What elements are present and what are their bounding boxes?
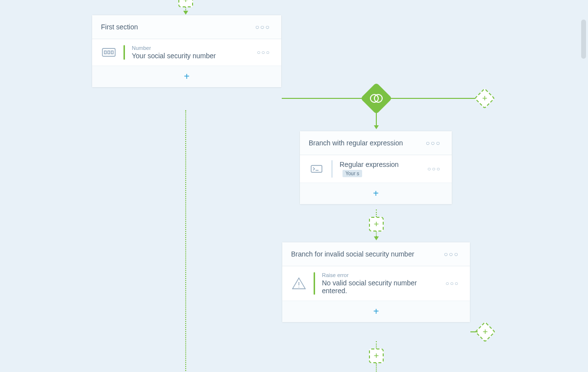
svg-point-9 [298, 287, 299, 288]
number-field-icon [101, 48, 117, 57]
card-header: Branch for invalid social security numbe… [282, 242, 470, 266]
svg-rect-1 [104, 51, 106, 54]
row-more-menu[interactable]: ○○○ [443, 279, 461, 288]
add-node-top[interactable]: + [178, 0, 193, 7]
connector-horizontal [388, 98, 477, 99]
connector-horizontal [282, 98, 366, 99]
field-type-label: Number [132, 45, 248, 51]
arrow-down-icon [374, 236, 379, 240]
row-accent-bar [314, 272, 315, 295]
scrollbar-thumb[interactable] [581, 20, 586, 59]
card-title: Branch with regular expression [309, 139, 403, 147]
connector-dotted [376, 209, 377, 217]
plus-icon: + [373, 306, 379, 317]
row-accent-bar [331, 160, 333, 178]
more-menu[interactable]: ○○○ [424, 138, 443, 148]
venn-icon [369, 93, 383, 104]
card-header: First section ○○○ [92, 15, 281, 39]
add-branch-node[interactable]: + [474, 88, 495, 109]
row-more-menu[interactable]: ○○○ [425, 164, 443, 173]
workflow-canvas[interactable]: + First section ○○○ Number Your social s… [0, 0, 588, 372]
variable-chip: Your s [343, 170, 362, 177]
connector-dotted [376, 232, 377, 236]
connector-dotted [376, 341, 377, 349]
svg-rect-6 [311, 165, 322, 172]
field-text: Number Your social security number [132, 45, 248, 60]
plus-icon: + [483, 327, 488, 336]
connector-vertical [376, 110, 377, 125]
add-field-button[interactable]: + [92, 66, 281, 87]
action-type-label: Raise error [322, 272, 437, 278]
terminal-icon [309, 165, 324, 173]
action-text: Raise error No valid social security num… [322, 272, 437, 295]
plus-icon: + [482, 94, 488, 103]
connector-dotted-main [185, 110, 186, 372]
more-menu[interactable]: ○○○ [253, 22, 272, 32]
row-more-menu[interactable]: ○○○ [255, 48, 272, 57]
add-branch-node-lower[interactable]: + [475, 322, 495, 342]
warning-icon [291, 277, 307, 290]
card-first-section[interactable]: First section ○○○ Number Your social sec… [92, 15, 282, 88]
condition-text: Regular expression Your s [340, 160, 418, 178]
action-row[interactable]: Raise error No valid social security num… [282, 266, 470, 301]
card-title: Branch for invalid social security numbe… [291, 250, 414, 258]
more-menu[interactable]: ○○○ [442, 249, 461, 259]
connector-horizontal-short [470, 331, 478, 332]
plus-icon: + [374, 220, 379, 229]
add-condition-button[interactable]: + [300, 183, 452, 204]
condition-label: Regular expression [340, 161, 399, 168]
card-branch-regex[interactable]: Branch with regular expression ○○○ Regul… [299, 131, 452, 205]
svg-rect-3 [111, 51, 113, 54]
add-action-button[interactable]: + [282, 301, 470, 322]
card-header: Branch with regular expression ○○○ [300, 131, 452, 155]
svg-rect-2 [108, 51, 110, 54]
card-title: First section [101, 23, 138, 31]
connector-dotted [376, 363, 377, 372]
field-name-label: Your social security number [132, 52, 248, 60]
field-row[interactable]: Number Your social security number ○○○ [92, 39, 281, 66]
plus-icon: + [184, 71, 190, 82]
row-accent-bar [123, 45, 125, 60]
card-branch-invalid[interactable]: Branch for invalid social security numbe… [282, 242, 470, 323]
plus-icon: + [374, 351, 379, 360]
condition-row[interactable]: Regular expression Your s ○○○ [300, 155, 452, 183]
arrow-down-icon [183, 11, 188, 15]
arrow-down-icon [374, 125, 379, 129]
plus-icon: + [183, 0, 189, 4]
add-node-bottom[interactable]: + [369, 349, 384, 363]
plus-icon: + [373, 188, 379, 199]
add-node-mid[interactable]: + [369, 217, 384, 232]
action-message-label: No valid social security number entered. [322, 279, 437, 295]
